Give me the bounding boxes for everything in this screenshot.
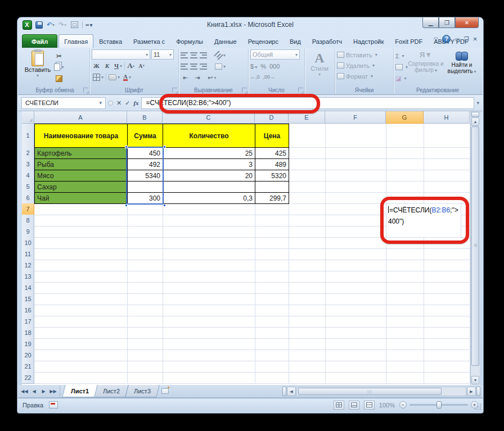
align-middle-button[interactable]: [190, 52, 197, 58]
sort-filter-button[interactable]: Я▼ Сортировка и фильтр: [408, 49, 444, 84]
italic-button[interactable]: К: [102, 61, 112, 71]
confirm-entry-button[interactable]: ✓: [125, 99, 130, 107]
tab-Рецензирс[interactable]: Рецензирс: [242, 34, 284, 48]
name-box[interactable]: СЧЁТЕСЛИ ▾: [21, 97, 106, 109]
horizontal-split-handle-2[interactable]: [476, 387, 480, 396]
number-dialog-launcher[interactable]: [298, 88, 303, 93]
header-cell[interactable]: Количество: [163, 124, 255, 148]
row-header-6[interactable]: 6: [22, 192, 34, 204]
cell-A2[interactable]: Картофель: [35, 148, 128, 159]
zoom-level[interactable]: 100%: [379, 402, 395, 409]
last-sheet-button[interactable]: ▶▶: [49, 387, 57, 396]
insert-cells-button[interactable]: Вставить: [337, 49, 392, 60]
row-header-2[interactable]: 2: [22, 147, 34, 159]
cell-C3[interactable]: 3: [163, 159, 255, 170]
cell-C2[interactable]: 25: [163, 148, 255, 159]
row-header-15[interactable]: 15: [22, 293, 34, 305]
cell-B4[interactable]: 5340: [128, 170, 163, 182]
fill-color-button[interactable]: [107, 72, 121, 82]
cell-D4[interactable]: 5320: [255, 170, 289, 182]
workbook-close-icon[interactable]: ✕: [473, 36, 478, 42]
row-header-19[interactable]: 19: [22, 338, 34, 350]
autosum-button[interactable]: Σ: [395, 51, 408, 61]
column-header-H[interactable]: H: [424, 111, 470, 124]
tab-Разметка с[interactable]: Разметка с: [128, 34, 170, 48]
format-cells-button[interactable]: Формат: [337, 71, 392, 81]
select-all-button[interactable]: [22, 111, 34, 124]
cell-D5[interactable]: [255, 182, 289, 193]
cell-A6[interactable]: Чай: [35, 193, 128, 204]
bold-button[interactable]: Ж: [92, 61, 101, 71]
decrease-indent-button[interactable]: ⇤: [181, 72, 190, 83]
page-layout-view-button[interactable]: [349, 401, 359, 410]
row-header-5[interactable]: 5: [22, 181, 34, 193]
font-size-combo[interactable]: 11: [151, 49, 174, 60]
align-right-button[interactable]: [200, 63, 207, 70]
zoom-out-button[interactable]: −: [399, 401, 407, 409]
row-header-8[interactable]: 8: [22, 215, 34, 226]
column-header-A[interactable]: A: [34, 111, 127, 124]
row-header-14[interactable]: 14: [22, 282, 34, 294]
styles-button[interactable]: А Стили ▾: [307, 49, 332, 85]
page-break-view-button[interactable]: [364, 401, 375, 410]
macro-record-icon[interactable]: [49, 401, 58, 409]
font-name-combo[interactable]: [92, 49, 150, 60]
row-header-18[interactable]: 18: [22, 327, 34, 339]
cell-D6[interactable]: 299,7: [255, 193, 289, 204]
tab-Разработч[interactable]: Разработч: [307, 34, 348, 48]
cell-B5[interactable]: [128, 182, 163, 193]
tab-Данные[interactable]: Данные: [209, 34, 242, 48]
sheet-tab-Лист3[interactable]: Лист3: [125, 385, 160, 397]
align-center-button[interactable]: [190, 63, 197, 70]
workbook-restore-icon[interactable]: ❐: [464, 36, 469, 42]
vertical-scrollbar[interactable]: ▲ ▼: [470, 111, 480, 385]
cancel-entry-button[interactable]: ✕: [116, 99, 122, 107]
row-header-10[interactable]: 10: [22, 237, 34, 249]
workbook-minimize-icon[interactable]: ▭: [454, 36, 460, 42]
increase-decimal-button[interactable]: ←,0: [250, 74, 260, 80]
tab-Главная[interactable]: Главная: [58, 34, 93, 48]
row-header-11[interactable]: 11: [22, 248, 34, 260]
tab-Вставка[interactable]: Вставка: [93, 34, 128, 48]
column-header-E[interactable]: E: [289, 111, 325, 124]
horizontal-split-handle[interactable]: [282, 387, 286, 396]
increase-indent-button[interactable]: ⇥: [192, 72, 202, 83]
scroll-up-button[interactable]: ▲: [471, 117, 479, 126]
restore-button[interactable]: ❐: [439, 17, 455, 28]
format-painter-button[interactable]: [53, 74, 65, 83]
row-header-16[interactable]: 16: [22, 305, 34, 316]
find-select-button[interactable]: Найти и выделить: [444, 49, 480, 84]
horizontal-scroll-track[interactable]: [296, 387, 466, 396]
insert-function-button[interactable]: fx: [133, 99, 138, 106]
font-color-button[interactable]: А: [122, 72, 132, 82]
column-header-B[interactable]: B: [127, 111, 163, 124]
collapse-ribbon-icon[interactable]: ◠: [433, 36, 438, 42]
align-bottom-button[interactable]: [200, 52, 207, 58]
row-header-22[interactable]: 22: [22, 372, 34, 384]
cut-button[interactable]: ✂: [53, 51, 65, 61]
first-sheet-button[interactable]: ◀◀: [20, 387, 29, 396]
horizontal-scroll-thumb[interactable]: [298, 388, 442, 395]
cell-B6[interactable]: 300: [128, 193, 163, 204]
cell-A5[interactable]: Сахар: [35, 182, 128, 193]
cell-D3[interactable]: 489: [255, 159, 289, 170]
align-left-button[interactable]: [181, 63, 188, 70]
cell-C6[interactable]: 0,3: [163, 193, 255, 204]
insert-worksheet-button[interactable]: [158, 385, 172, 397]
row-header-1[interactable]: 1: [22, 124, 34, 148]
prev-sheet-button[interactable]: ◀: [30, 387, 38, 396]
align-top-button[interactable]: [181, 52, 188, 58]
formula-input[interactable]: =СЧЁТЕСЛИ(B2:B6;">400"): [141, 97, 475, 109]
font-dialog-launcher[interactable]: [172, 88, 177, 93]
normal-view-button[interactable]: [334, 401, 344, 410]
scroll-right-button[interactable]: ▶: [467, 387, 476, 396]
help-icon[interactable]: ?: [442, 35, 451, 43]
grow-font-button[interactable]: А▴: [126, 61, 136, 71]
decrease-decimal-button[interactable]: ,00→: [263, 74, 276, 80]
name-box-dropdown-icon[interactable]: ▾: [99, 100, 102, 106]
cell-C5[interactable]: [163, 182, 255, 193]
percent-format-button[interactable]: %: [260, 63, 266, 70]
row-header-21[interactable]: 21: [22, 361, 34, 373]
vertical-split-handle[interactable]: [471, 112, 479, 117]
merge-center-button[interactable]: [214, 61, 227, 71]
